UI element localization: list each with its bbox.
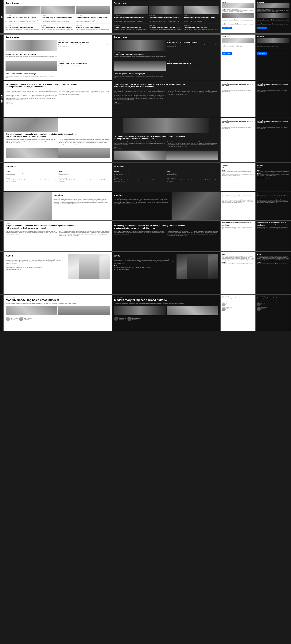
news-title-w2: Recent news bbox=[6, 36, 110, 39]
author-avatar-d1 bbox=[114, 317, 118, 321]
topic-item-d3: STORYTELLING bbox=[114, 104, 165, 106]
small-img-dark-2 bbox=[257, 13, 289, 18]
news-img-3 bbox=[76, 6, 110, 14]
small-avatar-d1 bbox=[257, 302, 261, 306]
news-img-2 bbox=[41, 6, 75, 14]
contacts-body-white: Please take a moment as well as have a l… bbox=[6, 267, 66, 268]
small-story-label-d: STORYTELLING bbox=[257, 296, 289, 297]
news-date-d4: July 31, 2023 bbox=[114, 25, 148, 26]
content-section-body-d2: Future and other digital platforms, such… bbox=[167, 231, 218, 236]
small-img-3 bbox=[222, 38, 254, 43]
content-section-heading-w: Storytelling describes the social and cu… bbox=[6, 224, 79, 229]
story-img-d2 bbox=[167, 306, 218, 316]
sv-name-2: Dignity bbox=[222, 170, 254, 171]
news-date-4: July 31, 2023 bbox=[6, 25, 40, 26]
story-card-dark: STORYTELLING Modern storytelling has a b… bbox=[112, 295, 220, 331]
news-article-body-2: Futura suspenisse dictum et ligula massa… bbox=[41, 20, 75, 22]
n-title-1: Braking news and recent state of success bbox=[6, 53, 57, 55]
news-article-body-d3: Lorem ipsum dolor sit amet consectetur a… bbox=[184, 20, 218, 22]
small-about-body-w: A resort or vacation is discovered more … bbox=[222, 256, 254, 262]
sv-name-4: Aesthetic ethics bbox=[222, 176, 254, 178]
news-title-d2: Recent news bbox=[114, 36, 218, 39]
news-article-body-d4: Lorem ipsum dolor sit amet consectetur a… bbox=[114, 29, 148, 30]
value-name-1: Respect bbox=[6, 171, 57, 172]
load-more-btn-2[interactable]: LOAD MORE bbox=[257, 26, 267, 29]
value-num-1: 01 bbox=[6, 170, 57, 170]
load-more-btn-1[interactable]: LOAD MORE bbox=[222, 26, 232, 29]
news-article-body-6: Lorem ipsum dolor sit amet consectetur a… bbox=[76, 29, 110, 32]
about-title-white: About bbox=[6, 254, 66, 257]
content-image-card-white: Storytelling describes the social and cu… bbox=[4, 118, 112, 162]
author-avatar-d2 bbox=[127, 317, 132, 321]
small-about-title-w: About bbox=[222, 254, 254, 255]
story-img-2 bbox=[58, 306, 110, 316]
small-story-title-d: Modern storytelling has a broad purview bbox=[257, 297, 289, 298]
news-article-body-3: Lorem ipsum dolor sit amet consectetur a… bbox=[76, 20, 110, 22]
small-contacts-body-d: Please take a moment as well as have a l… bbox=[257, 263, 289, 264]
value-item-d4: 04 Aesthetic ethics Aesthetic ethics ref… bbox=[167, 176, 218, 182]
small-contacts-label-d: Contacts bbox=[257, 262, 289, 263]
news-img-large-2 bbox=[6, 61, 57, 71]
value-body-3: Morality is the differentiation of inten… bbox=[6, 179, 57, 182]
about-body-dark: A resort or vacation is discovered more … bbox=[114, 258, 175, 264]
small-content-body-d1: Modern storytelling has a broad purview.… bbox=[257, 88, 289, 92]
sv-name-d4: Aesthetic ethics bbox=[257, 176, 289, 178]
content-heading-1: Storytelling describes the social and cu… bbox=[6, 84, 79, 88]
about-us-card-dark: About us Modern storytelling has a broad… bbox=[112, 192, 220, 220]
small-about-us-title-1: About us bbox=[222, 193, 254, 194]
small-story-label-w: STORYTELLING bbox=[222, 296, 254, 297]
news-card-dark-2: Recent news July 31, 2023 Braking news a… bbox=[112, 34, 220, 80]
small-content-body-1: Modern storytelling has a broad purview.… bbox=[222, 88, 254, 92]
load-more-btn-3[interactable]: LOAD MORE bbox=[222, 52, 232, 55]
nd-body-2: Futura suspenisse dictum et ligula massa… bbox=[167, 44, 218, 47]
content-section-white: SECTION Storytelling describes the socia… bbox=[4, 221, 112, 251]
small-title-d3: Braking news and recent state of success bbox=[257, 44, 289, 44]
about-body-white: A resort or vacation is discovered more … bbox=[6, 258, 66, 264]
news-date-2: July 31, 2023 bbox=[41, 15, 75, 16]
value-item-4: 04 Aesthetic ethics Aesthetic ethics ref… bbox=[59, 176, 110, 182]
news-article-title-3: Future perspectives that are shining bri… bbox=[76, 17, 110, 18]
content-body-d1a: Modern storytelling has a broad purview.… bbox=[114, 89, 165, 94]
news-article-body-d5: Lorem ipsum dolor sit amet consectetur a… bbox=[149, 29, 183, 32]
news-article-title-d1: Braking news and recent state of success bbox=[114, 17, 148, 18]
section-label-content: Content bbox=[1, 81, 4, 117]
news-article-body-d6: Lorem ipsum dolor sit amet consectetur a… bbox=[184, 29, 218, 32]
small-values-title-d: Our Values bbox=[257, 164, 289, 166]
about-page-white: About A resort or vacation is discovered… bbox=[4, 252, 112, 294]
value-item-3: 03 Morality Morality is the differentiat… bbox=[6, 176, 57, 182]
small-article-body-dark-3: Lorem ipsum dolor sit amet consectetur a… bbox=[257, 24, 289, 26]
content-car-img bbox=[123, 118, 209, 133]
author-role-d1: Photography bbox=[119, 319, 126, 320]
author-item-d2: BAPTISTE FOYER Photography bbox=[127, 317, 141, 321]
load-more-btn-4[interactable]: LOAD MORE bbox=[257, 52, 267, 55]
content-card-dark-1: Storytelling describes the social and cu… bbox=[112, 81, 220, 117]
content-img-1 bbox=[4, 118, 58, 132]
content-body-1c: Future and other digital platforms, such… bbox=[59, 89, 110, 95]
content-img-small-2 bbox=[58, 148, 110, 158]
topic-label-d1: TOPIC bbox=[114, 102, 165, 103]
author-avatar-2 bbox=[19, 317, 23, 321]
values-title-1: Our Values bbox=[6, 166, 110, 168]
small-about-body-d: A resort or vacation is discovered more … bbox=[257, 256, 289, 262]
topic-label-img-d: TOPIC bbox=[114, 147, 165, 148]
small-contacts-body-w: Please take a moment as well as have a l… bbox=[222, 263, 254, 264]
news-date-3: July 31, 2023 bbox=[76, 15, 110, 16]
small-title-3b: Future perspectives that are shining bri… bbox=[222, 48, 254, 50]
small-article-body-2: Futura suspenisse dictum et ligula massa… bbox=[222, 20, 254, 22]
about-person-img-dark bbox=[176, 254, 218, 279]
value-name-d1: Respect bbox=[114, 171, 165, 172]
small-content-heading-1: Storytelling describes the social and cu… bbox=[222, 82, 254, 86]
author-item-1: NATALIE FOYER Photography bbox=[6, 317, 18, 321]
news-article-title-5: Future perspectives that are shining bri… bbox=[41, 26, 75, 28]
sv-body-d4: Aesthetic ethics refers to the idea that… bbox=[257, 178, 289, 179]
topic-item-1: STORYTELLING bbox=[6, 103, 57, 104]
topic-item-d1: STORYTELLING bbox=[114, 103, 165, 104]
topic-item-2: STORYTELLING bbox=[6, 104, 57, 104]
value-body-4: Aesthetic ethics refers to the idea that… bbox=[59, 179, 110, 182]
news-date-1: July 31, 2023 bbox=[6, 15, 40, 16]
sv-body-4: Aesthetic ethics refers to the idea that… bbox=[222, 178, 254, 179]
news-article-title-d6: Thinking about something bright bbox=[184, 26, 218, 28]
spacer-6 bbox=[1, 252, 4, 294]
news-article-body-d1: Lorem ipsum dolor sit amet consectetur a… bbox=[114, 20, 148, 22]
sv-body-3: Morality is the differentiation of inten… bbox=[222, 174, 254, 176]
